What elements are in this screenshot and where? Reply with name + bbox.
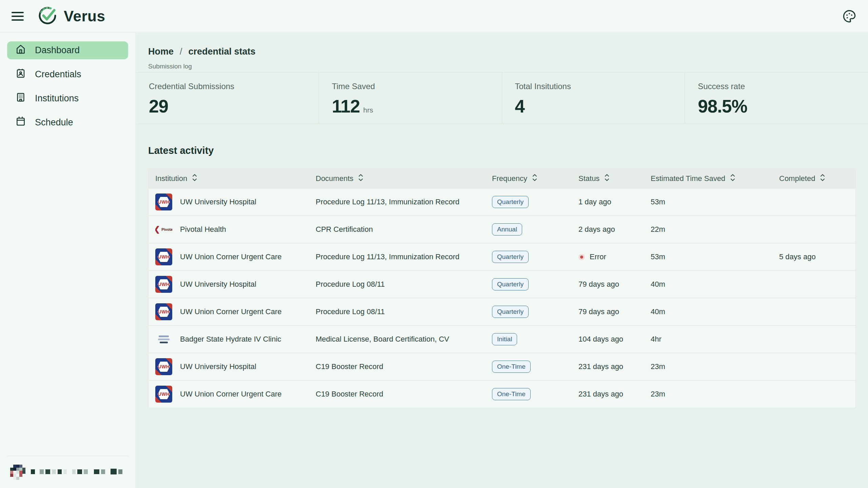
column-header[interactable]: Estimated Time Saved [651, 173, 779, 184]
time-saved-cell: 23m [651, 390, 779, 399]
institution-name: UW University Hospital [180, 280, 256, 289]
institution-logo: UWH [155, 303, 172, 320]
column-header[interactable]: Institution [155, 173, 316, 184]
sort-icon[interactable] [191, 173, 198, 184]
stat-label: Success rate [698, 82, 868, 91]
institution-logo: UWH [155, 386, 172, 403]
column-header[interactable]: Documents [316, 173, 492, 184]
menu-icon[interactable] [12, 12, 24, 21]
stat-label: Total Insitutions [515, 82, 685, 91]
column-header[interactable]: Status [578, 173, 651, 184]
breadcrumb-home-link[interactable]: Home [148, 46, 174, 57]
sort-icon[interactable] [604, 173, 610, 184]
status-cell: 2 days ago [578, 225, 651, 234]
stat-value: 29 [149, 96, 168, 117]
activity-table: Institution Documents Frequency Status [148, 168, 856, 408]
institution-name: UW Union Corner Urgent Care [180, 252, 282, 261]
institution-name: UW Union Corner Urgent Care [180, 307, 282, 316]
institution-name: Pivotal Health [180, 225, 226, 234]
pixelated-avatar [10, 465, 25, 480]
brand: Verus [37, 5, 105, 28]
sort-icon[interactable] [819, 173, 826, 184]
frequency-badge: Annual [492, 223, 522, 236]
documents-cell: Procedure Log 08/11 [316, 307, 492, 316]
column-header-label: Estimated Time Saved [651, 174, 725, 183]
documents-cell: C19 Booster Record [316, 362, 492, 371]
table-header-row: Institution Documents Frequency Status [149, 169, 855, 188]
table-row[interactable]: UWH UW Union Corner Urgent Care Procedur… [149, 243, 855, 270]
sort-icon[interactable] [531, 173, 538, 184]
sort-icon[interactable] [357, 173, 364, 184]
stat-time-saved: Time Saved 112 hrs [319, 73, 502, 124]
stat-credential-submissions: Credential Submissions 29 [136, 73, 319, 124]
stat-total-institutions: Total Insitutions 4 [502, 73, 685, 124]
institution-logo: UWH [155, 276, 172, 293]
sidebar-item-dashboard[interactable]: Dashboard [7, 41, 128, 59]
sidebar-footer [7, 456, 129, 488]
stat-suffix: hrs [363, 106, 373, 114]
main-content: Home / credential stats Submission log C… [136, 33, 868, 488]
time-saved-cell: 4hr [651, 335, 779, 344]
stat-success-rate: Success rate 98.5% [685, 73, 868, 124]
table-row[interactable]: UWH UW University Hospital C19 Booster R… [149, 353, 855, 380]
institution-logo: UWH [155, 248, 172, 265]
time-saved-cell: 22m [651, 225, 779, 234]
sidebar: Dashboard Credentials [0, 33, 136, 488]
stat-value: 98.5% [698, 96, 747, 117]
documents-cell: Medical License, Board Certification, CV [316, 335, 492, 344]
calendar-icon [15, 116, 26, 129]
status-cell: 231 days ago [578, 362, 651, 371]
documents-cell: CPR Certification [316, 225, 492, 234]
documents-cell: Procedure Log 11/13, Immunization Record [316, 252, 492, 261]
column-header-label: Institution [155, 174, 187, 183]
status-label: Error [590, 252, 606, 261]
stat-label: Credential Submissions [149, 82, 319, 91]
institution-name: UW University Hospital [180, 198, 256, 206]
status-dot [578, 254, 585, 260]
breadcrumb-current[interactable]: credential stats [189, 46, 256, 57]
sidebar-item-schedule[interactable]: Schedule [7, 114, 128, 131]
frequency-badge: Quarterly [492, 278, 529, 290]
frequency-badge: Quarterly [492, 251, 529, 263]
table-row[interactable]: Badger State Hydrate IV Clinic Medical L… [149, 325, 855, 353]
institution-logo [155, 331, 172, 348]
sidebar-item-label: Schedule [35, 117, 73, 128]
institution-name: Badger State Hydrate IV Clinic [180, 335, 281, 344]
table-row[interactable]: ❮Pivotal Pivotal Health CPR Certificatio… [149, 216, 855, 243]
sidebar-item-label: Credentials [35, 69, 81, 80]
sort-icon[interactable] [729, 173, 736, 184]
column-header-label: Status [578, 174, 599, 183]
breadcrumb: Home / credential stats [148, 46, 868, 57]
institution-logo: UWH [155, 194, 172, 210]
time-saved-cell: 53m [651, 252, 779, 261]
time-saved-cell: 40m [651, 307, 779, 316]
status-cell: 104 days ago [578, 335, 651, 344]
status-cell: 1 day ago [578, 198, 651, 206]
table-row[interactable]: UWH UW Union Corner Urgent Care C19 Boos… [149, 380, 855, 408]
status-cell: Error [578, 252, 651, 261]
frequency-badge: One-Time [492, 388, 531, 400]
table-row[interactable]: UWH UW Union Corner Urgent Care Procedur… [149, 298, 855, 325]
status-cell: 79 days ago [578, 307, 651, 316]
documents-cell: C19 Booster Record [316, 390, 492, 399]
palette-icon[interactable] [842, 9, 856, 23]
frequency-badge: Quarterly [492, 306, 529, 318]
verus-logo-icon [37, 5, 58, 28]
home-icon [15, 44, 26, 57]
sidebar-item-credentials[interactable]: Credentials [7, 65, 128, 83]
column-header[interactable]: Frequency [492, 173, 578, 184]
completed-cell: 5 days ago [779, 252, 849, 261]
topbar: Verus [0, 0, 868, 33]
building-icon [15, 92, 26, 105]
sidebar-item-label: Institutions [35, 93, 79, 104]
sidebar-item-institutions[interactable]: Institutions [7, 89, 128, 107]
time-saved-cell: 40m [651, 280, 779, 289]
table-row[interactable]: UWH UW University Hospital Procedure Log… [149, 188, 855, 216]
column-header[interactable]: Completed [779, 173, 849, 184]
institution-name: UW University Hospital [180, 362, 256, 371]
column-header-label: Frequency [492, 174, 527, 183]
stat-value: 112 [332, 96, 360, 117]
institution-name: UW Union Corner Urgent Care [180, 390, 282, 399]
stat-label: Time Saved [332, 82, 502, 91]
table-row[interactable]: UWH UW University Hospital Procedure Log… [149, 270, 855, 298]
